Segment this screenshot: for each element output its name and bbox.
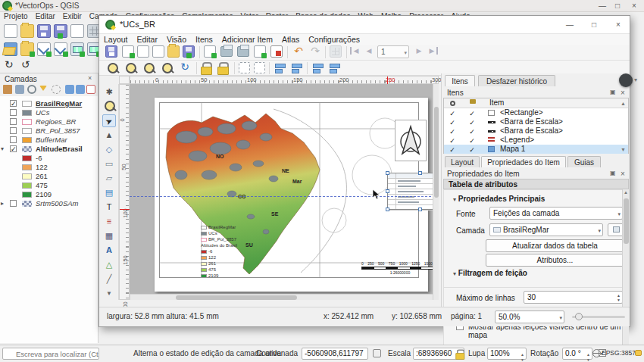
zoom-tool[interactable] (104, 100, 116, 112)
selection-handle[interactable] (386, 189, 389, 193)
layer-checkbox[interactable]: ✓ (10, 100, 17, 107)
open-layer-styling-icon[interactable] (3, 85, 12, 94)
rotation-spinner[interactable]: 0.0 °▲▼ (562, 348, 592, 360)
atlas-first-icon[interactable]: ◀ (350, 47, 361, 55)
add-raster-layer-icon[interactable] (54, 42, 67, 56)
save-layout-icon[interactable] (105, 45, 117, 58)
layer-row[interactable]: ▾ ✓ AltitudeBrasil (0, 145, 98, 154)
filter-legend-icon[interactable] (39, 86, 47, 91)
layer-label[interactable]: Regioes_BR (36, 117, 76, 126)
print-icon[interactable] (220, 46, 233, 57)
zoom-in-icon[interactable] (107, 62, 120, 76)
zoom-next-icon[interactable]: ↻ (21, 58, 30, 70)
main-maximize-button[interactable]: □ (615, 2, 620, 10)
export-svg-icon[interactable] (254, 45, 266, 58)
add-shape-tool[interactable]: ▭ (102, 158, 116, 170)
zoom-out-icon[interactable] (125, 62, 139, 76)
layout-canvas[interactable]: NO NE Mar CO SE SU BrasilRegMar UCs BR_P… (130, 84, 439, 300)
tab-desfazer-historico[interactable]: Desfazer histórico (478, 75, 555, 86)
scroll-up-icon[interactable]: ▲ (621, 99, 626, 108)
scalebar-item[interactable]: 0250500750100012501500 km 1:26000000 (361, 261, 439, 275)
redo-icon[interactable]: ↷ (308, 45, 322, 57)
manage-map-themes-icon[interactable] (27, 85, 36, 94)
menu-adicionar-item[interactable]: Adicionar Item (222, 34, 273, 45)
menu-configuracoes[interactable]: Configurações (308, 34, 360, 45)
item-row[interactable]: ✓✓ <Barra de Escala> (444, 117, 628, 126)
add-label-tool[interactable]: T (102, 201, 116, 214)
fonte-combo[interactable]: Feições da camada▾ (489, 207, 623, 220)
expand-all-icon[interactable] (65, 85, 74, 94)
tab-guias[interactable]: Guias (567, 156, 601, 167)
overlay-dropdown-icon[interactable]: ▾ (634, 76, 637, 83)
layout-minimize-button[interactable]: — (560, 18, 580, 31)
tab-layout[interactable]: Layout (445, 156, 480, 167)
coordinate-field[interactable]: -5060908,611797 (302, 348, 368, 360)
guide-line[interactable] (130, 196, 439, 197)
zoom-full-icon[interactable] (161, 62, 175, 76)
layer-label[interactable]: BufferMar (36, 136, 67, 145)
add-items-from-template-icon[interactable] (167, 45, 180, 58)
layer-label[interactable]: AltitudeBrasil (36, 145, 83, 154)
atualizar-dados-button[interactable]: Atualizar dados da tabela (486, 239, 624, 252)
close-panel-icon[interactable]: × (621, 89, 625, 97)
main-minimize-button[interactable]: — (599, 2, 606, 10)
menu-projeto[interactable]: Projeto (4, 12, 28, 20)
layer-label[interactable]: UCs (36, 108, 49, 117)
add-text-tool[interactable]: A (102, 244, 116, 257)
extents-icon[interactable] (373, 349, 381, 357)
selection-handle[interactable] (386, 171, 389, 175)
atlas-last-icon[interactable]: ▶ (427, 47, 438, 55)
atlas-prev-icon[interactable]: ◀ (364, 47, 374, 55)
layout-titlebar[interactable]: *UCs_BR — □ × (99, 16, 630, 34)
item-label[interactable]: <Barra de Escala> (500, 117, 563, 126)
menu-itens[interactable]: Itens (195, 34, 213, 45)
layer-checkbox[interactable] (10, 136, 17, 143)
magnifier-spinner[interactable]: 100%▲▼ (487, 348, 527, 360)
expander-icon[interactable]: ▾ (1, 145, 8, 154)
save-as-template-icon[interactable] (152, 45, 164, 58)
add-pages-icon[interactable] (204, 45, 216, 58)
crs-label[interactable]: EPSG:3857 (602, 349, 636, 357)
layout-close-button[interactable]: × (608, 18, 628, 31)
add-vector-layer-icon[interactable] (20, 42, 34, 56)
item-label[interactable]: <Rectangle> (500, 108, 543, 117)
item-label[interactable]: <Legend> (500, 136, 534, 145)
attribute-table-item[interactable] (387, 173, 439, 210)
layer-row[interactable]: ▸ Srtm500SAm (0, 199, 98, 208)
zoom-slider[interactable] (572, 316, 625, 318)
north-arrow-item[interactable] (395, 120, 427, 161)
add-legend-tool[interactable]: ≡ (102, 215, 116, 228)
group-propriedades-principais[interactable]: ▾ Propriedades Principais (453, 195, 545, 203)
add-mesh-layer-icon[interactable] (70, 42, 84, 56)
atlas-next-icon[interactable]: ▶ (414, 47, 424, 55)
layout-manager-icon[interactable] (70, 24, 84, 38)
data-source-manager-icon[interactable] (4, 42, 17, 56)
layer-row[interactable]: ✓ BrasilRegMar (0, 99, 98, 108)
save-project-icon[interactable] (37, 24, 51, 38)
canvas-hscrollbar[interactable] (130, 294, 433, 300)
pan-tool[interactable]: ✱ (102, 86, 116, 98)
filter-expression-icon[interactable] (52, 85, 61, 94)
remove-layer-icon[interactable] (86, 85, 95, 94)
overlay-close-button[interactable] (619, 73, 633, 87)
menu-visao[interactable]: Visão (167, 34, 186, 45)
item-label[interactable]: <Barra de Escala> (500, 126, 563, 136)
selection-handle[interactable] (386, 208, 389, 211)
tab-itens[interactable]: Itens (445, 75, 475, 86)
lock-items-icon[interactable] (201, 62, 214, 76)
atlas-page-combo[interactable]: 1▾ (377, 45, 409, 58)
layer-label[interactable]: BrasilRegMar (36, 99, 82, 108)
main-close-button[interactable]: × (632, 2, 636, 10)
zoom-slider-thumb[interactable] (575, 313, 583, 320)
select-all-icon[interactable] (239, 62, 250, 73)
save-project-as-icon[interactable] (54, 24, 67, 38)
props-vscrollbar[interactable]: ▲ ▼ (622, 189, 629, 361)
legend-item[interactable]: BrasilRegMar UCs BR_Pol_3857 Altitudes d… (201, 224, 254, 282)
add-polygon-tool[interactable]: ▱ (102, 172, 116, 185)
edit-nodes-tool[interactable]: ◇ (102, 143, 116, 156)
item-row[interactable]: ✓✓ <Barra de Escala> (444, 126, 628, 136)
menu-exibir[interactable]: Exibir (63, 12, 82, 20)
scroll-down-icon[interactable]: ▼ (621, 145, 626, 154)
add-arrow-tool[interactable]: ╱ (102, 273, 116, 286)
tab-propriedades-do-item[interactable]: Propriedades do Item (481, 156, 566, 167)
